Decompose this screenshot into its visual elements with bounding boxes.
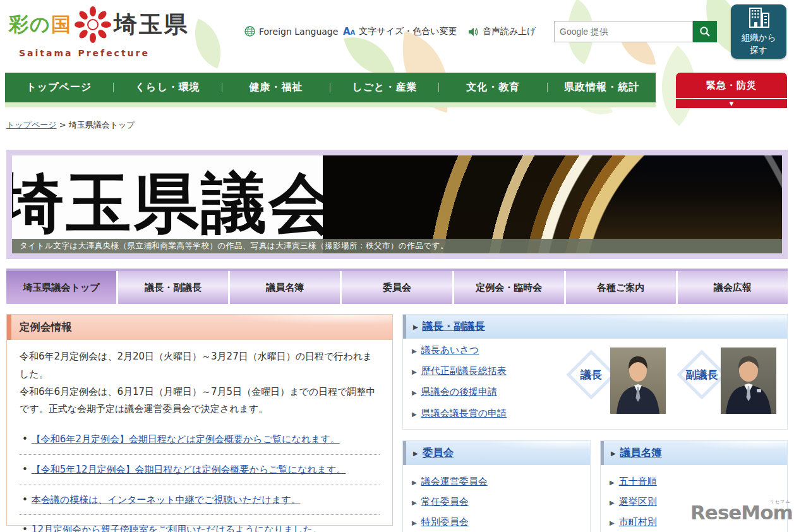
building-icon bbox=[746, 7, 771, 28]
session-link-stream[interactable]: 本会議の模様は、インターネット中継でご視聴いただけます。 bbox=[32, 494, 301, 505]
search-button[interactable] bbox=[693, 21, 717, 42]
tab-guides[interactable]: 各種ご案内 bbox=[566, 271, 676, 304]
header-shine bbox=[685, 441, 787, 450]
arrow-right-icon: ▶ bbox=[412, 348, 417, 354]
watermark-ruby: リセマム bbox=[770, 499, 791, 505]
arrow-right-icon: ▶ bbox=[412, 411, 417, 418]
speaker-icon bbox=[468, 27, 479, 37]
assembly-tab-nav: 埼玉県議会トップ 議長・副議長 議員名簿 委員会 定例会・臨時会 各種ご案内 議… bbox=[6, 269, 788, 304]
list-item: •本会議の模様は、インターネット中継でご視聴いただけます。 bbox=[20, 485, 380, 516]
nav-item-kenko[interactable]: 健康・福祉 bbox=[222, 81, 330, 94]
search-input[interactable] bbox=[554, 21, 693, 42]
arrow-right-icon: ▶ bbox=[413, 323, 418, 330]
chair-panel-title-link[interactable]: 議長・副議長 bbox=[423, 320, 485, 334]
special-committee-link[interactable]: 特別委員会 bbox=[421, 516, 469, 528]
vice-chair-label: 副議長 bbox=[680, 353, 724, 397]
breadcrumb: トップページ > 埼玉県議会トップ bbox=[6, 119, 135, 131]
breadcrumb-separator-glyph: > bbox=[59, 120, 66, 130]
session-paragraph: 令和6年2月定例会は、2月20日（火曜日）～3月27日（水曜日）の日程で行われま… bbox=[20, 348, 380, 384]
bullet-icon: • bbox=[22, 524, 28, 532]
arrow-right-icon: ▶ bbox=[611, 450, 616, 457]
arrow-right-icon: ▶ bbox=[412, 479, 417, 486]
tab-member-roster[interactable]: 議員名簿 bbox=[230, 271, 340, 304]
session-link-dec[interactable]: 【令和5年12月定例会】会期日程などは定例会概要からご覧になれます。 bbox=[32, 464, 346, 475]
regular-session-title: 定例会情報 bbox=[20, 320, 72, 334]
org-search-label: 組織から探す bbox=[739, 32, 778, 56]
tab-assembly-top[interactable]: 埼玉県議会トップ bbox=[6, 271, 116, 304]
tab-sessions[interactable]: 定例会・臨時会 bbox=[454, 271, 564, 304]
list-item: ▶議会運営委員会 bbox=[412, 476, 488, 488]
speech-link[interactable]: 音声読み上げ bbox=[468, 26, 536, 37]
list-item: •【令和6年2月定例会】会期日程などは定例会概要からご覧になれます。 bbox=[20, 425, 380, 455]
speech-label: 音声読み上げ bbox=[483, 26, 536, 37]
breadcrumb-home-link[interactable]: トップページ bbox=[6, 120, 57, 130]
committee-panel: ▶ 委員会 ▶議会運営委員会 ▶常任委員会 ▶特別委員会 bbox=[402, 440, 591, 532]
session-link-family-room[interactable]: 12月定例会から親子傍聴室をご利用いただけるようになりました。 bbox=[32, 524, 322, 532]
search-icon bbox=[699, 26, 711, 37]
arrow-right-icon: ▶ bbox=[610, 499, 615, 506]
foreign-language-label: Foreign Language bbox=[259, 27, 338, 37]
roster-district-link[interactable]: 選挙区別 bbox=[619, 496, 657, 507]
chair-greeting-link[interactable]: 議長あいさつ bbox=[421, 344, 479, 356]
bullet-icon: • bbox=[22, 494, 28, 505]
arrow-right-icon: ▶ bbox=[412, 519, 417, 526]
nav-item-shigoto[interactable]: しごと・産業 bbox=[330, 81, 438, 94]
list-item: ▶県議会議長賞の申請 bbox=[412, 408, 507, 420]
font-size-label: 文字サイズ・色合い変更 bbox=[359, 26, 457, 37]
assembly-banner: 埼玉県議会 タイトル文字は大澤真央様（県立浦和商業高等学校）の作品、写真は大澤寅… bbox=[6, 150, 788, 259]
tab-committees[interactable]: 委員会 bbox=[342, 271, 452, 304]
arrow-right-icon: ▶ bbox=[412, 368, 417, 375]
arrow-right-icon: ▶ bbox=[413, 450, 418, 457]
chair-label-diamond: 議長 bbox=[569, 353, 613, 397]
global-nav: トップページ くらし・環境 健康・福祉 しごと・産業 文化・教育 県政情報・統計 bbox=[5, 73, 656, 102]
steering-committee-link[interactable]: 議会運営委員会 bbox=[421, 476, 488, 487]
list-item: ▶特別委員会 bbox=[412, 516, 469, 528]
chevron-down-icon: ▼ bbox=[676, 99, 787, 108]
chair-award-link[interactable]: 県議会議長賞の申請 bbox=[421, 408, 507, 419]
committee-panel-title-link[interactable]: 委員会 bbox=[423, 446, 454, 460]
emergency-label: 緊急・防災 bbox=[676, 73, 787, 98]
chair-label: 議長 bbox=[569, 353, 613, 397]
chair-panel: ▶ 議長・副議長 ▶議長あいさつ ▶歴代正副議長総括表 ▶県議会の後援申請 ▶県… bbox=[402, 314, 788, 430]
globe-icon bbox=[244, 26, 255, 37]
roster-kana-link[interactable]: 五十音順 bbox=[619, 476, 657, 487]
org-search-button[interactable]: 組織から探す bbox=[731, 4, 786, 59]
emergency-button[interactable]: 緊急・防災 ▼ bbox=[676, 73, 787, 108]
support-application-link[interactable]: 県議会の後援申請 bbox=[421, 386, 497, 397]
list-item: ▶五十音順 bbox=[610, 476, 657, 488]
session-link-feb[interactable]: 【令和6年2月定例会】会期日程などは定例会概要からご覧になれます。 bbox=[32, 433, 340, 445]
vice-chair-label-diamond: 副議長 bbox=[680, 353, 724, 397]
arrow-right-icon: ▶ bbox=[610, 519, 615, 526]
chair-photo bbox=[610, 348, 666, 414]
session-link-list: •【令和6年2月定例会】会期日程などは定例会概要からご覧になれます。 •【令和5… bbox=[20, 425, 380, 532]
regular-session-panel: 定例会情報 令和6年2月定例会は、2月20日（火曜日）～3月27日（水曜日）の日… bbox=[6, 314, 393, 526]
header-shine bbox=[487, 441, 590, 450]
bullet-icon: • bbox=[22, 464, 28, 475]
list-item: ▶議長あいさつ bbox=[412, 344, 479, 356]
standing-committee-link[interactable]: 常任委員会 bbox=[421, 496, 469, 507]
logo-sai-no-kuni: 彩の国 bbox=[9, 11, 72, 38]
tab-chair-vicechair[interactable]: 議長・副議長 bbox=[118, 271, 228, 304]
list-item: ▶県議会の後援申請 bbox=[412, 386, 497, 398]
roster-municipality-link[interactable]: 市町村別 bbox=[619, 516, 657, 528]
site-logo[interactable]: 彩の国 埼玉県 bbox=[9, 6, 189, 43]
tab-pr[interactable]: 議会広報 bbox=[678, 271, 788, 304]
nav-item-kurashi[interactable]: くらし・環境 bbox=[114, 81, 222, 94]
page-root: 彩の国 埼玉県 Saitama Prefecture F bbox=[0, 0, 794, 532]
session-paragraph: 令和6年6月定例会は、6月17日（月曜日）～7月5日（金曜日）までの日程で調整中… bbox=[20, 384, 380, 419]
arrow-right-icon: ▶ bbox=[412, 389, 417, 396]
roster-panel-title-link[interactable]: 議員名簿 bbox=[620, 446, 662, 460]
nav-item-bunka[interactable]: 文化・教育 bbox=[439, 81, 547, 94]
chair-history-link[interactable]: 歴代正副議長総括表 bbox=[421, 365, 507, 377]
font-size-link[interactable]: AA 文字サイズ・色合い変更 bbox=[343, 26, 457, 37]
arrow-right-icon: ▶ bbox=[412, 499, 417, 506]
arrow-right-icon: ▶ bbox=[610, 479, 615, 486]
foreign-language-link[interactable]: Foreign Language bbox=[244, 26, 338, 37]
list-item: ▶選挙区別 bbox=[610, 496, 657, 508]
nav-item-kensei[interactable]: 県政情報・統計 bbox=[548, 81, 656, 94]
list-item: ▶歴代正副議長総括表 bbox=[412, 365, 507, 377]
nav-item-top[interactable]: トップページ bbox=[5, 81, 113, 94]
logo-pref-name: 埼玉県 bbox=[114, 9, 189, 40]
leaf-decoration bbox=[183, 18, 232, 68]
header-shine bbox=[576, 315, 787, 323]
